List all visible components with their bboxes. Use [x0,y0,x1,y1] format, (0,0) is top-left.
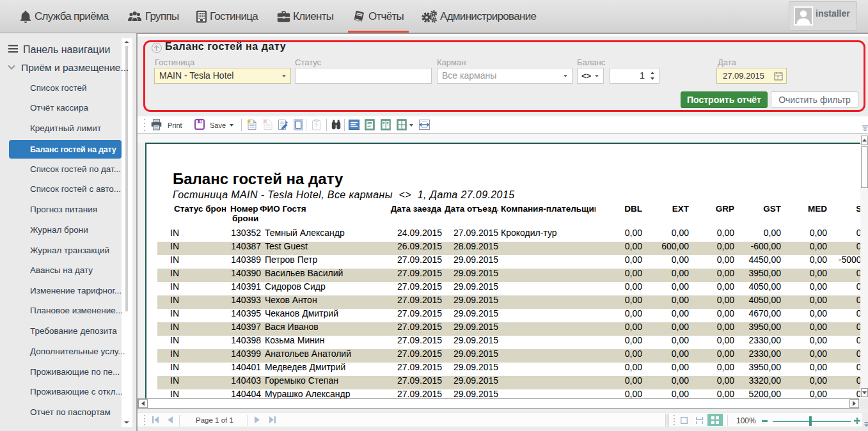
svg-text:7: 7 [777,75,779,80]
svg-text:?: ? [315,122,318,129]
